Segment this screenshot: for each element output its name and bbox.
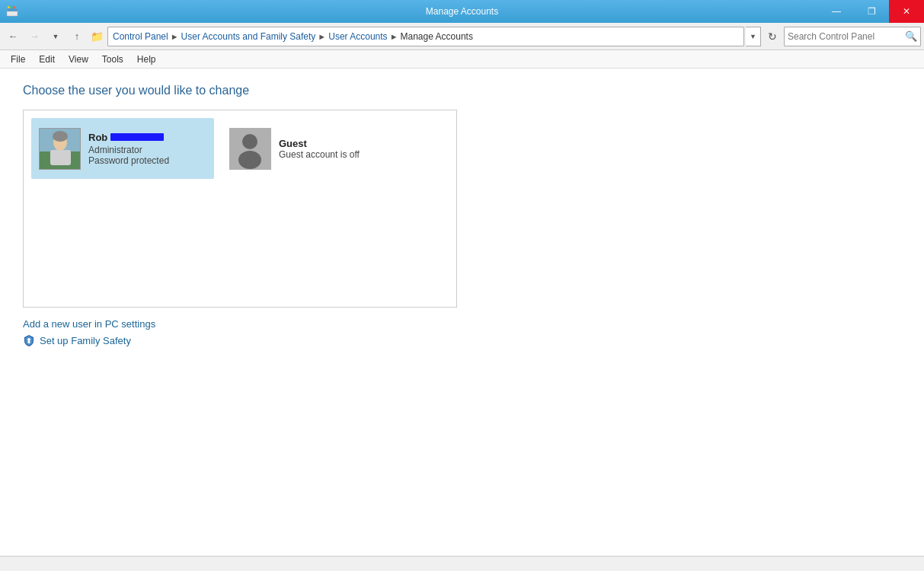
guest-avatar: [229, 128, 271, 170]
forward-button[interactable]: →: [24, 27, 44, 46]
breadcrumb-folder-icon: 📁: [91, 30, 104, 43]
close-button[interactable]: ✕: [889, 0, 924, 23]
links-section: Add a new user in PC settings Set up Fam…: [23, 318, 901, 346]
menu-view[interactable]: View: [62, 53, 94, 66]
rob-name-redacted: [110, 133, 164, 141]
search-input[interactable]: [788, 31, 905, 42]
breadcrumb-control-panel[interactable]: Control Panel: [113, 31, 168, 42]
svg-point-4: [13, 6, 15, 8]
menu-edit[interactable]: Edit: [33, 53, 61, 66]
status-bar: [0, 556, 924, 571]
menu-help[interactable]: Help: [131, 53, 162, 66]
svg-point-3: [11, 6, 13, 8]
address-path[interactable]: Control Panel ► User Accounts and Family…: [107, 27, 744, 46]
menu-bar: File Edit View Tools Help: [0, 50, 924, 69]
address-bar: ← → ▼ ↑ 📁 Control Panel ► User Accounts …: [0, 23, 924, 50]
refresh-button[interactable]: ↻: [763, 27, 782, 46]
svg-point-11: [242, 134, 257, 149]
rob-account-info: Rob Administrator Password protected: [88, 132, 206, 166]
account-card-guest[interactable]: Guest Guest account is off: [222, 118, 404, 179]
family-safety-label: Set up Family Safety: [40, 335, 131, 346]
window-icon: [6, 5, 18, 18]
back-button[interactable]: ←: [3, 27, 23, 46]
add-user-label: Add a new user in PC settings: [23, 318, 155, 330]
menu-tools[interactable]: Tools: [96, 53, 129, 66]
menu-file[interactable]: File: [5, 53, 31, 66]
dropdown-recent-button[interactable]: ▼: [46, 27, 66, 46]
page-heading: Choose the user you would like to change: [23, 84, 901, 97]
breadcrumb-manage-accounts: Manage Accounts: [401, 31, 473, 42]
title-bar-left: [6, 5, 18, 18]
svg-point-12: [238, 151, 261, 169]
main-content: Choose the user you would like to change: [0, 69, 924, 556]
up-button[interactable]: ↑: [67, 27, 87, 46]
family-safety-link[interactable]: Set up Family Safety: [23, 334, 901, 346]
breadcrumb-user-accounts[interactable]: User Accounts: [328, 31, 387, 42]
svg-rect-14: [28, 341, 30, 343]
guest-status: Guest account is off: [279, 149, 397, 160]
rob-status: Password protected: [88, 155, 206, 166]
add-new-user-link[interactable]: Add a new user in PC settings: [23, 318, 901, 330]
svg-point-13: [27, 338, 30, 341]
title-bar-controls: — ❐ ✕: [819, 0, 924, 23]
address-dropdown-button[interactable]: ▼: [746, 27, 761, 46]
rob-role: Administrator: [88, 145, 206, 155]
svg-point-9: [53, 131, 68, 142]
svg-rect-1: [7, 8, 18, 11]
accounts-container: Rob Administrator Password protected: [23, 110, 457, 308]
rob-photo: [40, 129, 81, 170]
rob-name: Rob: [88, 132, 206, 143]
svg-point-2: [8, 6, 10, 8]
account-card-rob[interactable]: Rob Administrator Password protected: [31, 118, 214, 179]
minimize-button[interactable]: —: [819, 0, 854, 23]
rob-avatar: [39, 128, 81, 170]
search-icon: 🔍: [905, 30, 917, 42]
restore-button[interactable]: ❐: [854, 0, 889, 23]
shield-icon: [23, 334, 35, 346]
guest-name: Guest: [279, 138, 397, 149]
guest-account-info: Guest Guest account is off: [279, 138, 397, 160]
window-title: Manage Accounts: [426, 6, 498, 17]
guest-silhouette-svg: [229, 128, 271, 170]
search-box[interactable]: 🔍: [784, 27, 921, 46]
breadcrumb-user-accounts-family-safety[interactable]: User Accounts and Family Safety: [181, 31, 316, 42]
svg-rect-8: [50, 150, 71, 165]
title-bar: Manage Accounts — ❐ ✕: [0, 0, 924, 23]
